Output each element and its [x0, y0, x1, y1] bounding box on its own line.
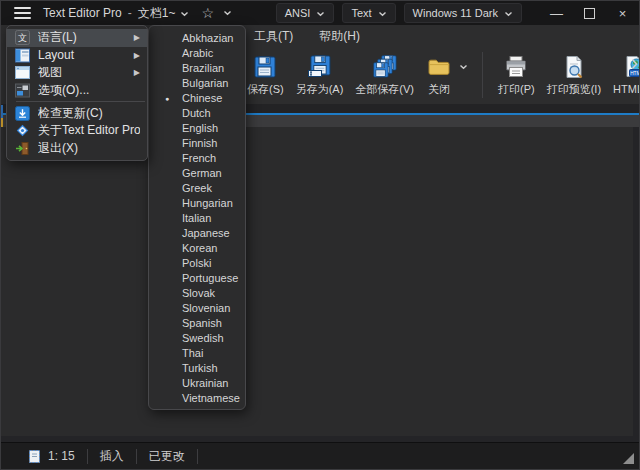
language-option-portuguese[interactable]: Portuguese [149, 270, 245, 285]
maximize-button[interactable] [573, 1, 606, 25]
language-option-slovenian[interactable]: Slovenian [149, 300, 245, 315]
language-option-spanish[interactable]: Spanish [149, 315, 245, 330]
language-option-label: Portuguese [182, 272, 238, 284]
statusbar: 1: 15 插入 已更改 [1, 442, 639, 469]
language-option-italian[interactable]: Italian [149, 210, 245, 225]
print-icon [503, 53, 529, 81]
language-option-swedish[interactable]: Swedish [149, 330, 245, 345]
language-option-label: Chinese [182, 92, 222, 104]
language-option-finnish[interactable]: Finnish [149, 135, 245, 150]
statusbar-divider [87, 449, 88, 464]
toolbar-button-label: 打印预览(I) [547, 82, 601, 97]
language-option-label: Arabic [182, 47, 213, 59]
menu-item-options[interactable]: 选项(O)... [7, 82, 147, 100]
toolbar-button-save[interactable]: 保存(S) [241, 50, 290, 100]
menu-separator [16, 101, 145, 102]
menu-item-language[interactable]: 文语言(L)▶ [7, 29, 147, 47]
chevron-down-icon [504, 7, 513, 19]
caret-position: 1: 15 [48, 449, 75, 463]
menu-item-exit[interactable]: 退出(X) [7, 140, 147, 158]
exit-icon [15, 141, 30, 156]
modified-state-indicator: 已更改 [149, 448, 185, 465]
resize-grip[interactable] [623, 453, 634, 464]
titlebar-right-group: ANSI Text Windows 11 Dark — × [276, 1, 639, 25]
language-option-turkish[interactable]: Turkish [149, 360, 245, 375]
language-option-korean[interactable]: Korean [149, 240, 245, 255]
toolbar-overflow-chevron-icon[interactable] [631, 58, 638, 70]
menu-item-label: 关于Text Editor Pro(A) [38, 122, 140, 139]
submenu-arrow-icon: ▶ [134, 51, 140, 60]
language-option-hungarian[interactable]: Hungarian [149, 195, 245, 210]
toolbar-button-print[interactable]: 打印(P) [492, 50, 541, 100]
menu-item-label: 选项(O)... [38, 82, 140, 99]
language-option-vietnamese[interactable]: Vietnamese [149, 390, 245, 405]
encoding-select[interactable]: ANSI [276, 3, 335, 23]
language-option-abkhazian[interactable]: Abkhazian [149, 30, 245, 45]
menu-item-layout[interactable]: Layout▶ [7, 47, 147, 65]
options-icon [15, 83, 30, 98]
toolbar-button-label: 全部保存(V) [355, 82, 414, 97]
vertical-scrollbar[interactable] [633, 127, 639, 442]
menubar-tab-1[interactable]: 工具(T) [241, 25, 306, 48]
language-option-greek[interactable]: Greek [149, 180, 245, 195]
language-option-label: Japanese [182, 227, 230, 239]
about-icon [15, 123, 30, 138]
language-option-english[interactable]: English [149, 120, 245, 135]
language-option-polski[interactable]: Polski [149, 255, 245, 270]
toolbar-button-save-all[interactable]: 全部保存(V) [349, 50, 420, 100]
insert-mode-indicator[interactable]: 插入 [100, 448, 124, 465]
menubar-tab-2[interactable]: 帮助(H) [306, 25, 373, 48]
theme-label: Windows 11 Dark [413, 7, 498, 19]
language-option-label: Korean [182, 242, 217, 254]
language-option-brazilian[interactable]: Brazilian [149, 60, 245, 75]
language-option-slovak[interactable]: Slovak [149, 285, 245, 300]
statusbar-divider [136, 449, 137, 464]
close-split-dropdown-icon[interactable] [459, 50, 468, 84]
language-icon: 文 [15, 30, 30, 45]
language-option-label: Spanish [182, 317, 222, 329]
language-option-arabic[interactable]: Arabic [149, 45, 245, 60]
language-option-dutch[interactable]: Dutch [149, 105, 245, 120]
favorite-star-icon[interactable]: ☆ [201, 6, 214, 20]
menu-item-view[interactable]: 视图▶ [7, 64, 147, 82]
theme-select[interactable]: Windows 11 Dark [404, 3, 522, 23]
language-option-label: Swedish [182, 332, 224, 344]
favorites-dropdown-icon[interactable] [223, 10, 232, 16]
close-button[interactable]: × [606, 1, 639, 25]
language-option-label: Slovak [182, 287, 215, 299]
language-option-french[interactable]: French [149, 150, 245, 165]
filetype-label: Text [351, 7, 371, 19]
language-option-label: English [182, 122, 218, 134]
editor-area[interactable] [1, 127, 639, 442]
filetype-select[interactable]: Text [342, 3, 395, 23]
toolbar-button-save-as[interactable]: 另存为(A) [290, 50, 350, 100]
language-option-label: Ukrainian [182, 377, 228, 389]
toolbar-button-print-preview[interactable]: 打印预览(I) [541, 50, 607, 100]
toolbar-button-close[interactable]: 关闭 [420, 50, 458, 100]
save-as-icon [307, 53, 333, 81]
selected-radio-icon: ● [165, 94, 169, 101]
menu-item-about[interactable]: 关于Text Editor Pro(A) [7, 122, 147, 140]
app-menu-popup: 文语言(L)▶Layout▶视图▶选项(O)...检查更新(C)关于Text E… [6, 25, 148, 161]
language-option-ukrainian[interactable]: Ukrainian [149, 375, 245, 390]
hamburger-menu-icon[interactable] [14, 7, 31, 19]
close-icon [426, 53, 452, 81]
chevron-down-icon [378, 7, 387, 19]
language-option-label: Brazilian [182, 62, 224, 74]
language-option-chinese[interactable]: ●Chinese [149, 90, 245, 105]
language-option-label: Turkish [182, 362, 218, 374]
toolbar-button-label: HTML 导 [613, 82, 640, 97]
maximize-icon [584, 8, 595, 19]
language-option-label: French [182, 152, 216, 164]
menu-item-label: 退出(X) [38, 140, 140, 157]
language-option-japanese[interactable]: Japanese [149, 225, 245, 240]
language-option-thai[interactable]: Thai [149, 345, 245, 360]
submenu-arrow-icon: ▶ [134, 68, 140, 77]
document-name: 文档1~ [138, 5, 176, 22]
language-option-german[interactable]: German [149, 165, 245, 180]
minimize-button[interactable]: — [540, 1, 573, 25]
language-option-bulgarian[interactable]: Bulgarian [149, 75, 245, 90]
svg-text:文: 文 [18, 33, 27, 43]
document-switcher[interactable]: 文档1~ [138, 5, 190, 22]
menu-item-check-updates[interactable]: 检查更新(C) [7, 104, 147, 122]
